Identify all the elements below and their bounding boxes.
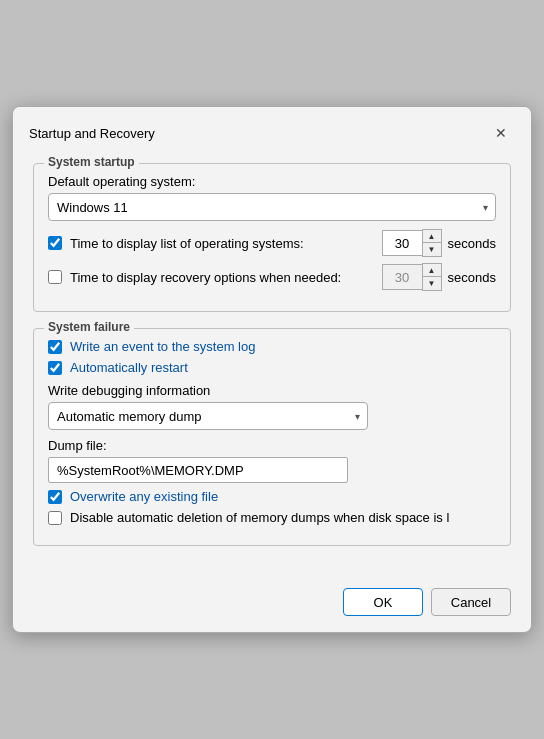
system-failure-section: System failure Write an event to the sys… xyxy=(33,328,511,546)
dump-file-label: Dump file: xyxy=(48,438,496,453)
os-dropdown-wrapper: Windows 11 ▾ xyxy=(48,193,496,221)
recovery-unit: seconds xyxy=(448,270,496,285)
os-dropdown[interactable]: Windows 11 xyxy=(48,193,496,221)
time-display-spinner: ▲ ▼ xyxy=(382,229,442,257)
auto-restart-checkbox[interactable] xyxy=(48,361,62,375)
time-display-input[interactable] xyxy=(382,230,422,256)
auto-restart-label: Automatically restart xyxy=(70,360,188,375)
disable-auto-delete-label: Disable automatic deletion of memory dum… xyxy=(70,510,449,525)
dialog-footer: OK Cancel xyxy=(13,578,531,632)
recovery-up-button[interactable]: ▲ xyxy=(423,264,441,277)
write-event-checkbox[interactable] xyxy=(48,340,62,354)
system-failure-label: System failure xyxy=(44,320,134,334)
system-startup-label: System startup xyxy=(44,155,139,169)
overwrite-label: Overwrite any existing file xyxy=(70,489,218,504)
recovery-row: Time to display recovery options when ne… xyxy=(48,263,496,291)
debug-dropdown[interactable]: Automatic memory dump xyxy=(48,402,368,430)
recovery-down-button[interactable]: ▼ xyxy=(423,277,441,290)
dump-file-block: Dump file: xyxy=(48,438,496,483)
time-display-label: Time to display list of operating system… xyxy=(70,236,374,251)
time-display-unit: seconds xyxy=(448,236,496,251)
time-display-spin-buttons: ▲ ▼ xyxy=(422,229,442,257)
disable-auto-delete-row: Disable automatic deletion of memory dum… xyxy=(48,510,496,525)
write-event-row: Write an event to the system log xyxy=(48,339,496,354)
time-display-up-button[interactable]: ▲ xyxy=(423,230,441,243)
disable-auto-delete-checkbox[interactable] xyxy=(48,511,62,525)
os-row: Default operating system: Windows 11 ▾ xyxy=(48,174,496,221)
recovery-spinner: ▲ ▼ xyxy=(382,263,442,291)
recovery-input[interactable] xyxy=(382,264,422,290)
debug-info-block: Write debugging information Automatic me… xyxy=(48,383,496,430)
title-bar: Startup and Recovery ✕ xyxy=(13,107,531,155)
dialog-title: Startup and Recovery xyxy=(29,126,155,141)
write-event-label: Write an event to the system log xyxy=(70,339,255,354)
dump-file-input-group xyxy=(48,457,348,483)
os-label: Default operating system: xyxy=(48,174,496,189)
ok-button[interactable]: OK xyxy=(343,588,423,616)
system-startup-section: System startup Default operating system:… xyxy=(33,163,511,312)
recovery-label: Time to display recovery options when ne… xyxy=(70,270,374,285)
time-display-checkbox[interactable] xyxy=(48,236,62,250)
cancel-button[interactable]: Cancel xyxy=(431,588,511,616)
debug-info-label: Write debugging information xyxy=(48,383,496,398)
startup-recovery-dialog: Startup and Recovery ✕ System startup De… xyxy=(12,106,532,633)
time-display-down-button[interactable]: ▼ xyxy=(423,243,441,256)
recovery-checkbox[interactable] xyxy=(48,270,62,284)
close-button[interactable]: ✕ xyxy=(487,119,515,147)
dialog-body: System startup Default operating system:… xyxy=(13,155,531,578)
debug-dropdown-wrapper: Automatic memory dump ▾ xyxy=(48,402,368,430)
time-display-row: Time to display list of operating system… xyxy=(48,229,496,257)
overwrite-checkbox[interactable] xyxy=(48,490,62,504)
recovery-spin-buttons: ▲ ▼ xyxy=(422,263,442,291)
overwrite-row: Overwrite any existing file xyxy=(48,489,496,504)
dump-file-input[interactable] xyxy=(48,457,348,483)
auto-restart-row: Automatically restart xyxy=(48,360,496,375)
